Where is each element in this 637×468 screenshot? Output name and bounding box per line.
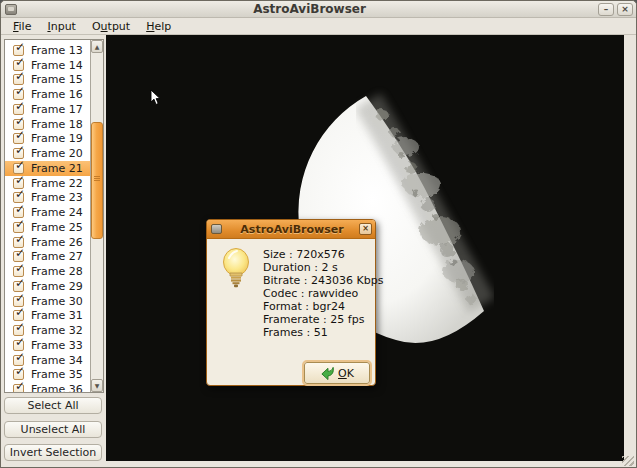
select-all-button[interactable]: Select All <box>4 397 102 414</box>
check-icon: ✓ <box>15 143 25 157</box>
check-icon: ✓ <box>15 261 25 275</box>
minimize-button[interactable]: – <box>598 3 614 16</box>
info-line: Frames : 51 <box>263 326 383 339</box>
frame-label: Frame 34 <box>31 354 83 367</box>
ok-button-label: OK <box>338 367 354 380</box>
check-icon: ✓ <box>15 55 25 69</box>
lightbulb-icon <box>220 247 254 291</box>
frame-label: Frame 17 <box>31 103 83 116</box>
frame-label: Frame 23 <box>31 191 83 204</box>
info-line: Bitrate : 243036 Kbps <box>263 274 383 287</box>
check-icon: ✓ <box>15 158 25 172</box>
frame-label: Frame 29 <box>31 280 83 293</box>
check-icon: ✓ <box>15 335 25 349</box>
check-icon: ✓ <box>15 114 25 128</box>
main-window: AstroAviBrowser – × FileInputOutputHelp … <box>0 0 637 468</box>
check-icon: ✓ <box>15 350 25 364</box>
frame-label: Frame 25 <box>31 221 83 234</box>
info-line: Format : bgr24 <box>263 300 383 313</box>
frame-label: Frame 21 <box>31 162 83 175</box>
info-line: Size : 720x576 <box>263 248 383 261</box>
frame-label: Frame 14 <box>31 59 83 72</box>
check-icon: ✓ <box>15 40 25 54</box>
frame-label: Frame 24 <box>31 206 83 219</box>
scroll-down-icon[interactable]: ▼ <box>91 379 103 392</box>
check-icon: ✓ <box>15 232 25 246</box>
check-icon: ✓ <box>15 173 25 187</box>
frame-label: Frame 19 <box>31 132 83 145</box>
check-icon: ✓ <box>15 99 25 113</box>
frame-list[interactable]: ✓Frame 13✓Frame 14✓Frame 15✓Frame 16✓Fra… <box>4 39 104 393</box>
frame-label: Frame 16 <box>31 88 83 101</box>
check-icon: ✓ <box>15 291 25 305</box>
check-icon: ✓ <box>15 84 25 98</box>
frame-label: Frame 31 <box>31 309 83 322</box>
frame-list-scrollbar[interactable]: ▲ ▼ <box>90 40 103 392</box>
window-title: AstroAviBrowser <box>21 2 598 16</box>
frame-label: Frame 28 <box>31 265 83 278</box>
scrollbar-thumb[interactable] <box>91 122 103 239</box>
menu-input[interactable]: Input <box>39 19 84 34</box>
info-line: Duration : 2 s <box>263 261 383 274</box>
check-icon: ✓ <box>15 69 25 83</box>
check-icon: ✓ <box>15 246 25 260</box>
menu-output[interactable]: Output <box>84 19 138 34</box>
frame-label: Frame 26 <box>31 236 83 249</box>
ok-arrow-icon <box>320 365 335 381</box>
check-icon: ✓ <box>15 128 25 142</box>
frame-list-rows: ✓Frame 13✓Frame 14✓Frame 15✓Frame 16✓Fra… <box>5 40 91 392</box>
check-icon: ✓ <box>15 187 25 201</box>
app-icon <box>5 4 17 15</box>
check-icon: ✓ <box>15 202 25 216</box>
info-line: Framerate : 25 fps <box>263 313 383 326</box>
dialog-app-icon <box>211 224 222 234</box>
info-line: Codec : rawvideo <box>263 287 383 300</box>
scrollbar-grip-icon <box>94 176 100 177</box>
frame-label: Frame 20 <box>31 147 83 160</box>
unselect-all-button[interactable]: Unselect All <box>4 421 102 438</box>
info-dialog: AstroAviBrowser × Size : 720x576Duration… <box>206 219 376 386</box>
frame-label: Frame 30 <box>31 295 83 308</box>
main-titlebar[interactable]: AstroAviBrowser – × <box>1 1 636 18</box>
dialog-titlebar[interactable]: AstroAviBrowser × <box>207 220 375 239</box>
dialog-info-lines: Size : 720x576Duration : 2 sBitrate : 24… <box>263 248 383 339</box>
frame-label: Frame 27 <box>31 250 83 263</box>
frame-label: Frame 13 <box>31 44 83 57</box>
dialog-title: AstroAviBrowser <box>225 223 359 236</box>
resize-grip[interactable] <box>622 456 634 466</box>
frame-label: Frame 18 <box>31 118 83 131</box>
check-icon: ✓ <box>15 320 25 334</box>
frame-label: Frame 22 <box>31 177 83 190</box>
frame-label: Frame 15 <box>31 73 83 86</box>
check-icon: ✓ <box>15 379 25 392</box>
check-icon: ✓ <box>15 276 25 290</box>
check-icon: ✓ <box>15 305 25 319</box>
scroll-up-icon[interactable]: ▲ <box>91 40 103 53</box>
mouse-cursor <box>150 89 162 106</box>
menu-file[interactable]: File <box>5 19 39 34</box>
frame-label: Frame 35 <box>31 368 83 381</box>
dialog-close-button[interactable]: × <box>359 223 372 235</box>
menubar: FileInputOutputHelp <box>1 19 636 35</box>
check-icon: ✓ <box>15 217 25 231</box>
close-button[interactable]: × <box>617 3 633 16</box>
frame-label: Frame 32 <box>31 324 83 337</box>
frame-label: Frame 33 <box>31 339 83 352</box>
check-icon: ✓ <box>15 364 25 378</box>
frame-checkbox-checked[interactable]: ✓ <box>13 384 24 392</box>
frame-row[interactable]: ✓Frame 36 <box>5 382 91 392</box>
menu-help[interactable]: Help <box>138 19 179 34</box>
ok-button[interactable]: OK <box>304 362 370 384</box>
invert-selection-button[interactable]: Invert Selection <box>4 444 102 461</box>
frame-label: Frame 36 <box>31 383 83 392</box>
